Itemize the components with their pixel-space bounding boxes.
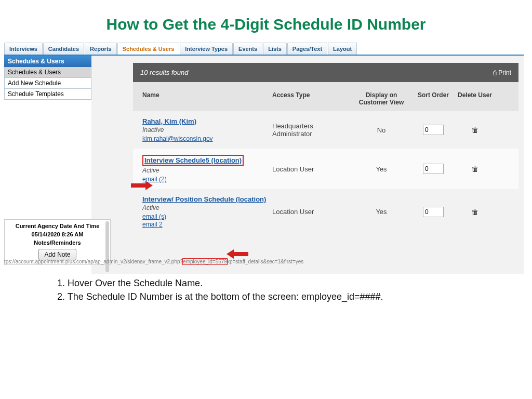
arrow-annotation-icon xyxy=(224,249,248,259)
email-link[interactable]: kim.rahal@wisconsin.gov xyxy=(142,135,213,142)
sidebar-item[interactable]: Schedules & Users xyxy=(4,67,91,78)
display-value: Yes xyxy=(350,165,413,173)
status-text: Active xyxy=(142,167,272,174)
access-type: Location User xyxy=(272,208,350,216)
results-count: 10 results found xyxy=(140,69,189,76)
url-highlight: employee_id=5579 xyxy=(183,259,227,264)
sidebar-header: Schedules & Users xyxy=(4,56,91,67)
tab-bar: InterviewsCandidatesReportsSchedules & U… xyxy=(4,43,524,56)
app-screenshot: InterviewsCandidatesReportsSchedules & U… xyxy=(4,43,524,274)
results-bar: 10 results found Print xyxy=(133,63,518,82)
datetime-panel: Current Agency Date And Time 05/14/2020 … xyxy=(4,219,111,265)
sidebar-item[interactable]: Schedule Templates xyxy=(4,89,91,100)
tab-schedules-users[interactable]: Schedules & Users xyxy=(117,43,180,55)
col-sort: Sort Order xyxy=(413,91,454,106)
datetime-value: 05/14/2020 8:26 AM xyxy=(5,230,110,238)
table-row: Rahal, Kim (Kim)Inactivekim.rahal@wiscon… xyxy=(133,111,518,149)
trash-icon[interactable]: 🗑 xyxy=(471,126,478,134)
tab-interviews[interactable]: Interviews xyxy=(4,43,43,55)
scrollbar[interactable] xyxy=(105,221,109,272)
instruction-step: 2. The Schedule ID Number is at the bott… xyxy=(57,290,383,303)
schedule-name-link[interactable]: Rahal, Kim (Kim) xyxy=(142,117,196,125)
schedule-name-link[interactable]: Interview Schedule5 (location) xyxy=(142,155,244,166)
datetime-label: Current Agency Date And Time xyxy=(5,222,110,230)
status-text: Active xyxy=(142,204,272,211)
sort-order-input[interactable] xyxy=(423,125,444,135)
table-row: Interview Schedule5 (location)Activeemai… xyxy=(133,149,518,189)
tab-reports[interactable]: Reports xyxy=(85,43,117,55)
table-row: Interview/ Position Schedule (location)A… xyxy=(133,189,518,234)
col-delete: Delete User xyxy=(454,91,496,106)
schedule-name-link[interactable]: Interview/ Position Schedule (location) xyxy=(142,195,266,203)
col-display: Display on Customer View xyxy=(350,91,413,106)
sort-order-input[interactable] xyxy=(423,164,444,174)
display-value: Yes xyxy=(350,208,413,216)
tab-layout[interactable]: Layout xyxy=(328,43,357,55)
email-link[interactable]: email (s) xyxy=(142,213,166,220)
status-bar-url: tps://account.appointment-plus.com/ap/ap… xyxy=(4,259,303,264)
access-type: Headquarters Administrator xyxy=(272,122,350,138)
trash-icon[interactable]: 🗑 xyxy=(471,208,478,216)
tab-pages-text[interactable]: Pages/Text xyxy=(287,43,327,55)
tab-lists[interactable]: Lists xyxy=(263,43,287,55)
col-access: Access Type xyxy=(272,91,350,106)
notes-label: Notes/Reminders xyxy=(5,238,110,247)
col-name: Name xyxy=(137,91,272,106)
tab-interview-types[interactable]: Interview Types xyxy=(180,43,233,55)
display-value: No xyxy=(350,126,413,134)
main-panel: 10 results found Print Name Access Type … xyxy=(91,56,524,274)
instruction-step: 1. Hover Over the Schedule Name. xyxy=(57,276,383,290)
tab-candidates[interactable]: Candidates xyxy=(43,43,84,55)
arrow-annotation-icon xyxy=(131,181,155,190)
page-title: How to Get the 4-Digit Schedule ID Numbe… xyxy=(0,0,532,41)
access-type: Location User xyxy=(272,165,350,173)
print-button[interactable]: Print xyxy=(493,69,511,76)
sort-order-input[interactable] xyxy=(423,207,444,217)
table-header: Name Access Type Display on Customer Vie… xyxy=(133,82,518,111)
trash-icon[interactable]: 🗑 xyxy=(471,165,478,173)
status-text: Inactive xyxy=(142,126,272,134)
tab-events[interactable]: Events xyxy=(233,43,262,55)
email-link[interactable]: email 2 xyxy=(142,221,163,228)
sidebar-item[interactable]: Add New Schedule xyxy=(4,78,91,89)
instructions: 1. Hover Over the Schedule Name.2. The S… xyxy=(57,276,383,303)
